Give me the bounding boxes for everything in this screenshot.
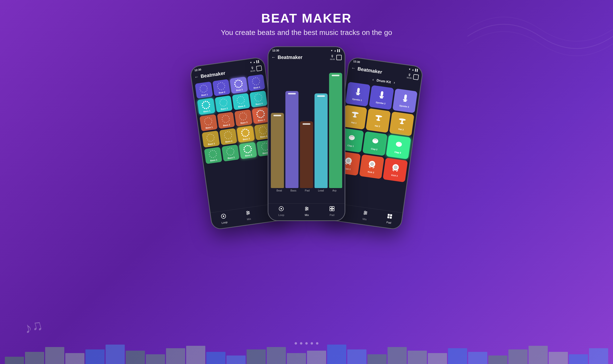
pad-cell-clap-3[interactable]: Clap 3 xyxy=(386,134,411,159)
mic-button-right[interactable]: 🎙 00:00 xyxy=(407,73,412,80)
svg-line-292 xyxy=(373,167,375,169)
stop-button-left[interactable] xyxy=(256,65,262,71)
svg-point-10 xyxy=(200,87,201,88)
svg-point-214 xyxy=(226,149,227,150)
svg-point-226 xyxy=(244,147,245,148)
svg-point-236 xyxy=(262,148,263,149)
loop-cell-r0-c0[interactable]: Beat 1 xyxy=(195,81,213,99)
page-title: BEAT MAKER xyxy=(0,11,613,26)
svg-point-216 xyxy=(247,145,248,146)
mic-button-center[interactable]: 🎙 00:00 xyxy=(330,54,335,60)
bottom-nav-center: LoopMixPad xyxy=(268,203,345,220)
nav-item-left-mix[interactable]: Mix xyxy=(245,210,252,221)
pad-icon-clap-2 xyxy=(370,136,380,148)
kit-prev-button[interactable]: ‹ xyxy=(372,78,374,82)
mic-button-left[interactable]: 🎙 00:00 xyxy=(250,66,255,73)
nav-item-right-mix[interactable]: Mix xyxy=(362,210,369,221)
mix-bar-wrapper-beat[interactable] xyxy=(271,62,284,188)
pad-cell-djembe-2[interactable]: Djembe 2 xyxy=(369,85,394,110)
loop-cell-r3-c1[interactable]: Bass 2 xyxy=(219,128,237,145)
loop-cell-r4-c0[interactable]: Bass 1 xyxy=(204,147,222,164)
loop-cell-r4-c1[interactable]: Bass 2 xyxy=(222,144,239,162)
loop-cell-r4-c2[interactable]: Bass 3 xyxy=(239,142,257,159)
pad-cell-kick-2[interactable]: Kick 2 xyxy=(359,154,384,179)
svg-point-66 xyxy=(223,105,224,106)
svg-point-197 xyxy=(215,156,216,157)
stop-button-center[interactable] xyxy=(336,55,342,60)
loop-cell-r1-c3[interactable]: Bass 4 xyxy=(249,91,267,108)
eq-bar-24 xyxy=(488,355,508,364)
loop-cell-label-r2-c3: Bass 4 xyxy=(258,118,265,122)
loop-cell-r2-c3[interactable]: Bass 4 xyxy=(252,107,270,124)
pad-cell-hat-2[interactable]: Hat 2 xyxy=(366,108,391,133)
svg-line-296 xyxy=(396,170,398,172)
pad-cell-clap-2[interactable]: Clap 2 xyxy=(362,131,388,156)
stop-button-right[interactable] xyxy=(413,74,419,80)
svg-point-5 xyxy=(205,91,206,92)
svg-point-0 xyxy=(203,84,204,85)
kit-name: Drum Kit xyxy=(376,78,391,84)
svg-point-129 xyxy=(239,116,240,117)
loop-cell-r3-c2[interactable]: Bass 3 xyxy=(237,126,255,143)
status-icons-left: ▼ ▲ ▌▌ xyxy=(249,60,260,64)
pad-label-clap-1: Clap 1 xyxy=(347,144,354,148)
svg-point-67 xyxy=(222,105,222,106)
loop-cell-r1-c1[interactable]: Bass 2 xyxy=(215,95,233,113)
svg-point-182 xyxy=(265,127,266,128)
pad-cell-hat-1[interactable]: Hat 1 xyxy=(342,105,367,130)
loop-cell-r3-c0[interactable]: Bass 1 xyxy=(202,130,220,148)
svg-point-164 xyxy=(225,137,226,138)
loop-cell-r0-c3[interactable]: Beat 4 xyxy=(247,74,265,91)
kit-next-button[interactable]: › xyxy=(393,80,395,85)
svg-point-74 xyxy=(243,97,244,98)
eq-bar-26 xyxy=(529,346,548,364)
svg-point-86 xyxy=(261,95,261,96)
app-bar-actions-right: 🎙 00:00 xyxy=(407,73,419,80)
pad-cell-djembe-3[interactable]: Djembe 3 xyxy=(392,88,418,113)
back-icon-right[interactable]: ← xyxy=(351,65,356,71)
svg-point-122 xyxy=(246,114,247,115)
loop-cell-label-r4-c0: Bass 1 xyxy=(210,158,217,162)
mix-bar-wrapper-pad[interactable] xyxy=(300,62,313,188)
mix-bar-wrapper-bass[interactable] xyxy=(285,62,299,188)
svg-point-58 xyxy=(202,103,203,104)
svg-line-288 xyxy=(349,164,351,165)
mix-bar-wrapper-arp[interactable] xyxy=(329,62,342,188)
back-icon-center[interactable]: ← xyxy=(271,55,276,60)
loop-cell-r1-c0[interactable]: Bass 1 xyxy=(197,98,215,115)
nav-item-center-loop[interactable]: Loop xyxy=(278,206,284,216)
nav-item-center-pad[interactable]: Pad xyxy=(329,206,335,216)
mix-bar-wrapper-lead[interactable] xyxy=(314,62,328,188)
mix-label-bass: Bass xyxy=(290,189,296,192)
svg-point-53 xyxy=(208,107,209,108)
svg-point-115 xyxy=(224,122,225,123)
pad-cell-djembe-1[interactable]: Djembe 1 xyxy=(345,82,371,106)
nav-item-right-pad[interactable]: Pad xyxy=(386,213,393,224)
svg-point-111 xyxy=(229,118,230,119)
svg-point-4 xyxy=(207,89,208,90)
loop-cell-r2-c1[interactable]: Bass 2 xyxy=(217,112,235,129)
svg-point-82 xyxy=(237,98,238,99)
loop-cell-label-r4-c1: Bass 2 xyxy=(227,156,235,159)
loop-cell-r2-c2[interactable]: Bass 3 xyxy=(234,109,252,126)
svg-point-49 xyxy=(207,101,208,102)
pad-cell-hat-3[interactable]: Hat 3 xyxy=(389,111,415,136)
loop-cell-r0-c1[interactable]: Beat 2 xyxy=(212,79,230,96)
nav-item-left-loop[interactable]: Loop xyxy=(220,213,228,224)
loop-cell-r1-c2[interactable]: Bass 3 xyxy=(232,93,250,110)
svg-point-30 xyxy=(238,87,240,88)
svg-point-172 xyxy=(248,133,249,135)
loop-cell-r0-c2[interactable]: Beat 3 xyxy=(230,77,248,94)
back-icon-left[interactable]: ← xyxy=(194,74,199,80)
eq-bar-22 xyxy=(448,348,467,364)
status-bar-center: 12:30 ▼ ▲ ▌▌ xyxy=(268,47,345,53)
nav-item-center-mix[interactable]: Mix xyxy=(304,206,309,216)
app-bar-actions-center: 🎙 00:00 xyxy=(330,54,342,60)
svg-point-138 xyxy=(261,117,262,118)
pad-icon-kick-2 xyxy=(367,159,377,171)
svg-point-31 xyxy=(236,86,238,88)
svg-point-213 xyxy=(226,151,227,152)
loop-cell-r2-c0[interactable]: Bass 1 xyxy=(199,114,217,131)
svg-point-181 xyxy=(264,126,265,127)
pad-cell-kick-3[interactable]: Kick 3 xyxy=(383,158,408,182)
